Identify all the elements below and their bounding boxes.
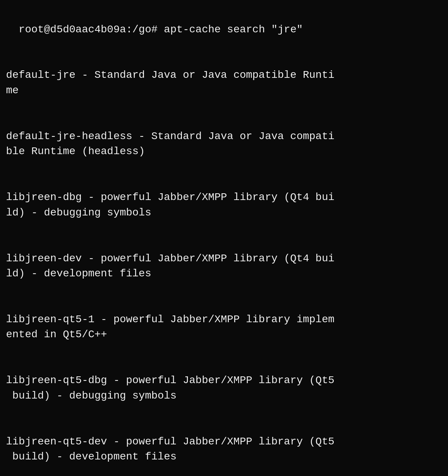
result-line-2: default-jre-headless - Standard Java or … [6, 129, 442, 159]
terminal-prompt: root@d5d0aac4b09a:/go# [19, 24, 158, 35]
result-line-6: libjreen-qt5-dbg - powerful Jabber/XMPP … [6, 373, 442, 403]
result-line-3: libjreen-dbg - powerful Jabber/XMPP libr… [6, 190, 442, 220]
result-line-7: libjreen-qt5-dev - powerful Jabber/XMPP … [6, 434, 442, 465]
terminal-results: default-jre - Standard Java or Java comp… [6, 37, 442, 476]
terminal-command: apt-cache search "jre" [164, 24, 303, 35]
terminal-command-separator [157, 24, 164, 35]
result-line-4: libjreen-dev - powerful Jabber/XMPP libr… [6, 251, 442, 282]
terminal-output: root@d5d0aac4b09a:/go# apt-cache search … [6, 7, 442, 37]
result-line-5: libjreen-qt5-1 - powerful Jabber/XMPP li… [6, 312, 442, 343]
result-line-1: default-jre - Standard Java or Java comp… [6, 68, 442, 98]
